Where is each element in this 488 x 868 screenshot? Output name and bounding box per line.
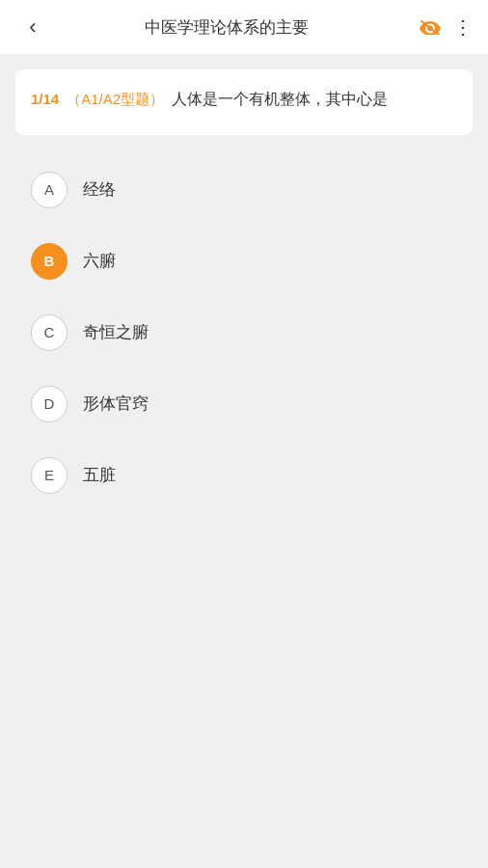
option-label-a: 经络 <box>83 178 116 201</box>
option-circle-e: E <box>31 457 68 494</box>
option-label-b: 六腑 <box>83 250 116 272</box>
option-item-c[interactable]: C奇恒之腑 <box>23 297 465 368</box>
header-actions: ⋮ <box>403 15 473 39</box>
option-circle-c: C <box>31 314 68 351</box>
question-card: 1/14 （A1/A2型题） 人体是一个有机整体，其中心是 <box>15 69 473 135</box>
option-item-e[interactable]: E五脏 <box>23 440 465 511</box>
option-circle-b: B <box>31 243 68 280</box>
option-item-d[interactable]: D形体官窍 <box>23 368 465 440</box>
option-item-b[interactable]: B六腑 <box>23 226 465 297</box>
option-circle-d: D <box>31 386 68 422</box>
option-circle-a: A <box>31 172 68 208</box>
question-text: 人体是一个有机整体，其中心是 <box>172 87 388 112</box>
option-label-d: 形体官窍 <box>83 393 149 415</box>
option-label-c: 奇恒之腑 <box>83 321 149 343</box>
option-item-a[interactable]: A经络 <box>23 154 465 226</box>
question-type: （A1/A2型题） <box>67 91 164 109</box>
question-number: 1/14 <box>31 91 59 107</box>
header: ‹ 中医学理论体系的主要 ⋮ <box>0 0 488 54</box>
option-label-e: 五脏 <box>83 464 116 486</box>
question-header: 1/14 （A1/A2型题） 人体是一个有机整体，其中心是 <box>31 87 457 112</box>
main-content: 1/14 （A1/A2型题） 人体是一个有机整体，其中心是 A经络B六腑C奇恒之… <box>0 54 488 868</box>
more-icon[interactable]: ⋮ <box>453 15 473 39</box>
eye-icon[interactable] <box>419 19 442 35</box>
back-button[interactable]: ‹ <box>15 14 50 40</box>
options-list: A经络B六腑C奇恒之腑D形体官窍E五脏 <box>15 154 473 511</box>
back-icon: ‹ <box>29 14 36 40</box>
header-title: 中医学理论体系的主要 <box>50 16 403 39</box>
